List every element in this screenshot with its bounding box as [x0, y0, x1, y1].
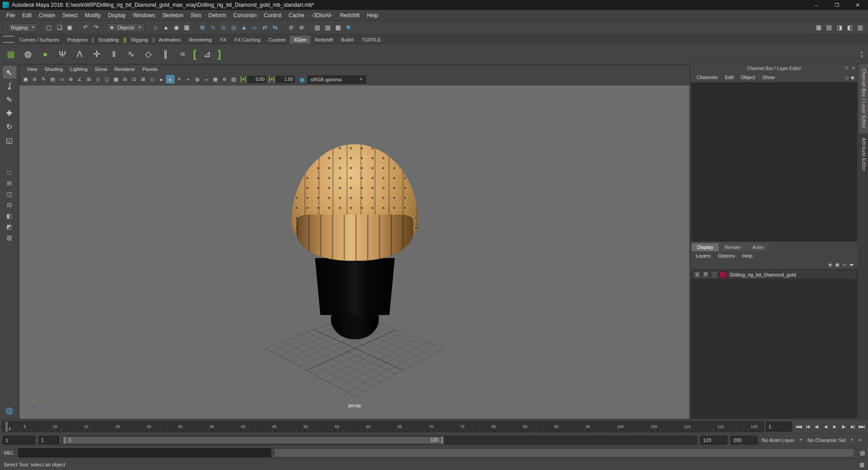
shadows-icon[interactable]: ◓: [184, 75, 193, 84]
layer-tab-display[interactable]: Display: [692, 243, 719, 251]
close-button[interactable]: ✕: [847, 0, 868, 10]
layer-playback-toggle[interactable]: P: [702, 271, 709, 278]
select-tool-icon[interactable]: ↖: [3, 66, 16, 79]
image-plane-icon[interactable]: ▭: [57, 75, 66, 84]
layer-color-swatch[interactable]: [719, 271, 726, 278]
menu-item[interactable]: Skin: [187, 10, 205, 21]
new-scene-icon[interactable]: ▢: [44, 23, 54, 33]
panel-menu-item[interactable]: Shading: [41, 66, 66, 72]
xgen-comb-guides-icon[interactable]: ǁ: [107, 47, 121, 61]
layout-three-pane-top-icon[interactable]: ◩: [3, 221, 16, 231]
snap-to-view-planes-icon[interactable]: ▱: [250, 23, 259, 33]
playback-start-field[interactable]: 1: [38, 436, 59, 445]
script-editor-icon[interactable]: ▤: [857, 450, 868, 456]
layer-tab-anim[interactable]: Anim: [747, 243, 769, 251]
xgen-modifier-icon[interactable]: ◇: [141, 47, 156, 61]
ipr-render-icon[interactable]: ▨: [323, 23, 333, 33]
drill-bit-model[interactable]: [287, 144, 423, 357]
snap-to-projected-center-icon[interactable]: ◎: [229, 23, 239, 33]
menu-item[interactable]: Help: [363, 10, 382, 21]
menu-item[interactable]: Skeleton: [159, 10, 187, 21]
tool-settings-toggle-icon[interactable]: ◧: [845, 23, 855, 33]
shelf-tab-rendering[interactable]: Rendering: [185, 36, 216, 44]
layer-display-type-box[interactable]: [711, 271, 718, 278]
layer-name[interactable]: Drilling_rig_bit_Diamond_gold: [730, 272, 796, 277]
layers-options-icon[interactable]: ◉: [835, 262, 840, 268]
open-scene-icon[interactable]: ❏: [54, 23, 64, 33]
panel-menu-item[interactable]: Renderer: [111, 66, 139, 72]
xgen-sculpt-guides-icon[interactable]: ∿: [124, 47, 138, 61]
play-backwards-button[interactable]: ◀: [821, 422, 830, 431]
shelf-scroll-down-icon[interactable]: ▾: [858, 54, 865, 58]
channel-box-menu-item[interactable]: Channels: [693, 75, 721, 80]
shelf-tab-xgen[interactable]: XGen: [290, 36, 311, 44]
step-back-key-button[interactable]: ◀|: [812, 422, 821, 431]
menu-item[interactable]: Modify: [81, 10, 104, 21]
xgen-preview-sphere-icon[interactable]: ●: [38, 47, 52, 61]
maximize-button[interactable]: ❐: [826, 0, 847, 10]
xgen-editor-icon[interactable]: ▦: [4, 47, 18, 61]
outliner-toggle-icon[interactable]: ▤: [824, 23, 834, 33]
paint-selection-tool-icon[interactable]: ✎: [3, 93, 16, 106]
occlusion-icon[interactable]: ◍: [193, 75, 202, 84]
select-component-mode-icon[interactable]: ◉: [171, 23, 181, 33]
film-gate-icon[interactable]: ▯: [94, 75, 102, 84]
mel-command-input[interactable]: [18, 448, 271, 457]
layout-two-pane-side-icon[interactable]: ◫: [3, 189, 16, 199]
layout-single-pane-icon[interactable]: □: [3, 167, 16, 177]
safe-action-icon[interactable]: ⊡: [130, 75, 138, 84]
minimize-button[interactable]: –: [806, 0, 826, 10]
xgen-create-description-icon[interactable]: ◍: [21, 47, 35, 61]
shelf-tab-animation[interactable]: Animation: [155, 36, 185, 44]
select-object-mode-icon[interactable]: ▲: [161, 23, 171, 33]
menu-item[interactable]: File: [3, 10, 19, 21]
camera-attributes-icon[interactable]: ✎: [39, 75, 48, 84]
channel-box-menu-item[interactable]: Object: [737, 75, 759, 80]
xgen-noise-modifier-icon[interactable]: ≈: [175, 47, 190, 61]
snap-to-curves-icon[interactable]: ∿: [208, 23, 218, 33]
render-view-icon[interactable]: ▧: [312, 23, 322, 33]
gamma-field[interactable]: 1.00: [276, 76, 295, 83]
save-scene-icon[interactable]: ▣: [65, 23, 75, 33]
menu-item[interactable]: Create: [35, 10, 59, 21]
xgen-attach-description-icon[interactable]: Λ: [72, 47, 87, 61]
layer-row[interactable]: V P Drilling_rig_bit_Diamond_gold: [692, 270, 857, 280]
layer-menu-item[interactable]: Options: [714, 253, 739, 258]
selection-mask-selector[interactable]: ◈ Objects ▼: [107, 23, 145, 32]
range-slider-track[interactable]: 1 120: [62, 436, 697, 445]
gate-mask-icon[interactable]: ▩: [112, 75, 120, 84]
lighting-icon[interactable]: ☀: [175, 75, 184, 84]
playback-end-field[interactable]: 120: [700, 436, 727, 445]
undo-icon[interactable]: ↶: [80, 23, 90, 33]
go-to-start-button[interactable]: |◀◀: [794, 422, 803, 431]
play-forwards-button[interactable]: ▶: [830, 422, 839, 431]
character-set-dropdown[interactable]: No Character Set ▼: [807, 437, 855, 443]
menu-item[interactable]: Edit: [19, 10, 35, 21]
command-feedback-area[interactable]: [274, 448, 854, 457]
shelf-tab-fx[interactable]: FX: [216, 36, 231, 44]
step-forward-key-button[interactable]: |▶: [839, 422, 848, 431]
modeling-toolkit-toggle-icon[interactable]: ▦: [814, 23, 824, 33]
menu-item[interactable]: Constrain: [230, 10, 260, 21]
anim-layer-dropdown[interactable]: No Anim Layer ▼: [761, 437, 803, 443]
sync-layers-icon[interactable]: ◈: [828, 262, 832, 268]
snap-to-points-icon[interactable]: ⊙: [218, 23, 228, 33]
layer-visibility-toggle[interactable]: V: [693, 271, 701, 278]
safe-title-icon[interactable]: ⊠: [139, 75, 147, 84]
bookmark-view-icon[interactable]: ▤: [48, 75, 57, 84]
smooth-shade-all-icon[interactable]: ●: [157, 75, 165, 84]
highlight-affected-icon[interactable]: ⊚: [297, 23, 307, 33]
status-divider[interactable]: [40, 23, 42, 32]
viewport[interactable]: persp: [19, 85, 689, 419]
make-live-icon[interactable]: ▲: [239, 23, 249, 33]
redo-icon[interactable]: ↷: [91, 23, 101, 33]
layout-two-pane-stacked-icon[interactable]: ⊟: [3, 200, 16, 210]
mel-label[interactable]: MEL: [0, 450, 18, 456]
layout-three-pane-left-icon[interactable]: ◧: [3, 211, 16, 221]
grease-pencil-icon[interactable]: ∠: [75, 75, 84, 84]
status-divider[interactable]: [283, 23, 284, 32]
two-d-pan-zoom-icon[interactable]: ⊕: [66, 75, 75, 84]
multisample-aa-icon[interactable]: ▦: [211, 75, 220, 84]
close-panel-icon[interactable]: ✕: [850, 65, 857, 72]
lock-selection-icon[interactable]: ⊘: [286, 23, 296, 33]
